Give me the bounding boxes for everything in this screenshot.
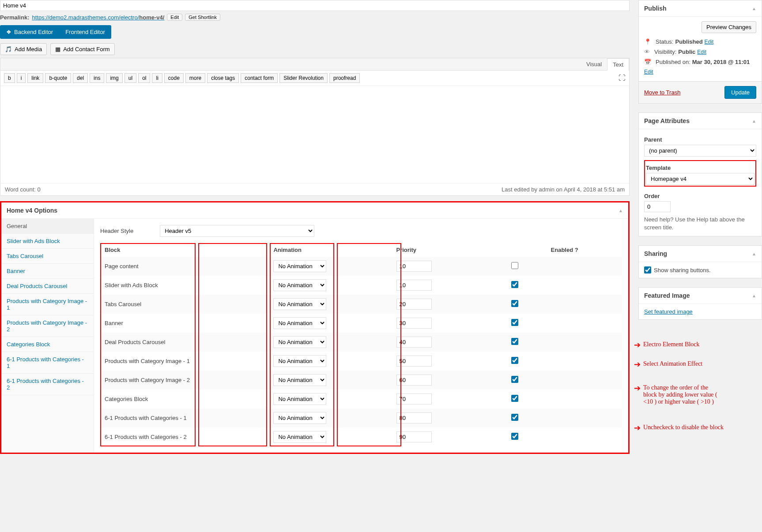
options-tab[interactable]: 6-1 Products with Categories - 1 — [1, 352, 94, 374]
collapse-icon[interactable]: ▲ — [752, 251, 756, 256]
quicktag-ins[interactable]: ins — [90, 73, 104, 83]
header-style-select[interactable]: Header v5 — [160, 225, 314, 237]
edit-visibility-link[interactable]: Edit — [697, 49, 706, 55]
quicktag-i[interactable]: i — [17, 73, 26, 83]
block-name: Deal Products Carousel — [100, 333, 269, 352]
quicktag-code[interactable]: code — [164, 73, 184, 83]
collapse-icon[interactable]: ▲ — [752, 6, 756, 11]
priority-input[interactable] — [396, 261, 432, 272]
editor-textarea[interactable] — [0, 86, 629, 183]
permalink-link[interactable]: https://demo2.madrasthemes.com/electro/h… — [32, 14, 164, 21]
quicktag-link[interactable]: link — [27, 73, 43, 83]
quicktag-Slider-Revolution[interactable]: Slider Revolution — [279, 73, 328, 83]
options-tab[interactable]: Tabs Carousel — [1, 249, 94, 264]
table-row: Products with Category Image - 1No Anima… — [100, 352, 622, 371]
enabled-checkbox[interactable] — [511, 433, 518, 440]
options-tab[interactable]: 6-1 Products with Categories - 2 — [1, 374, 94, 395]
set-featured-image-link[interactable]: Set featured image — [644, 308, 693, 315]
collapse-icon[interactable]: ▲ — [619, 208, 623, 213]
edit-date-link[interactable]: Edit — [644, 69, 653, 75]
priority-input[interactable] — [396, 431, 432, 442]
enabled-checkbox[interactable] — [511, 414, 518, 421]
animation-select[interactable]: No Animation — [273, 279, 326, 291]
header-style-label: Header Style — [100, 228, 133, 234]
priority-input[interactable] — [396, 375, 432, 386]
enabled-checkbox[interactable] — [511, 376, 518, 383]
get-shortlink-button[interactable]: Get Shortlink — [185, 14, 220, 21]
sharing-checkbox[interactable] — [644, 266, 651, 273]
options-tab[interactable]: Deal Products Carousel — [1, 279, 94, 294]
quicktag-li[interactable]: li — [152, 73, 162, 83]
collapse-icon[interactable]: ▲ — [752, 119, 756, 124]
edit-status-link[interactable]: Edit — [705, 39, 714, 45]
options-tab[interactable]: Banner — [1, 264, 94, 279]
enabled-checkbox[interactable] — [511, 357, 518, 364]
add-media-button[interactable]: 🎵Add Media — [0, 43, 47, 55]
enabled-checkbox[interactable] — [511, 319, 518, 326]
enabled-checkbox[interactable] — [511, 281, 518, 288]
permalink-edit-button[interactable]: Edit — [167, 14, 182, 21]
permalink-label: Permalink: — [0, 14, 29, 21]
quicktag-b[interactable]: b — [4, 73, 15, 83]
priority-input[interactable] — [396, 337, 432, 348]
visual-tab[interactable]: Visual — [581, 58, 607, 70]
quicktag-img[interactable]: img — [106, 73, 122, 83]
quicktag-close-tags[interactable]: close tags — [207, 73, 239, 83]
sharing-checkbox-label[interactable]: Show sharing buttons. — [644, 266, 756, 273]
animation-select[interactable]: No Animation — [273, 393, 326, 405]
quicktag-b-quote[interactable]: b-quote — [45, 73, 71, 83]
priority-input[interactable] — [396, 412, 432, 423]
enabled-checkbox[interactable] — [511, 262, 518, 269]
options-tab[interactable]: Slider with Ads Block — [1, 234, 94, 249]
update-button[interactable]: Update — [724, 86, 756, 99]
annotation-4: Uncheckeck to disable the block — [643, 424, 724, 431]
parent-select[interactable]: (no parent) — [644, 145, 756, 157]
frontend-editor-tab[interactable]: Frontend Editor — [59, 25, 111, 39]
quicktag-contact-form[interactable]: contact form — [241, 73, 278, 83]
priority-input[interactable] — [396, 318, 432, 329]
col-animation-header: Animation — [269, 243, 392, 257]
priority-input[interactable] — [396, 356, 432, 367]
options-tab[interactable]: Categories Block — [1, 337, 94, 352]
options-tab[interactable]: Products with Category Image - 2 — [1, 315, 94, 337]
quicktag-proofread[interactable]: proofread — [329, 73, 360, 83]
priority-input[interactable] — [396, 299, 432, 310]
animation-select[interactable]: No Animation — [273, 431, 326, 443]
preview-changes-button[interactable]: Preview Changes — [702, 21, 756, 33]
featured-image-box: Featured Image▲ Set featured image — [638, 287, 762, 320]
options-tab[interactable]: Products with Category Image - 1 — [1, 294, 94, 315]
animation-select[interactable]: No Animation — [273, 298, 326, 310]
quicktag-more[interactable]: more — [185, 73, 205, 83]
text-editor: Visual Text bilinkb-quotedelinsimgulolli… — [0, 58, 630, 196]
page-title-input[interactable] — [0, 0, 630, 11]
priority-input[interactable] — [396, 280, 432, 291]
enabled-checkbox[interactable] — [511, 395, 518, 402]
animation-select[interactable]: No Animation — [273, 336, 326, 348]
help-text: Need help? Use the Help tab above the sc… — [644, 216, 756, 232]
table-row: Products with Category Image - 2No Anima… — [100, 371, 622, 390]
text-tab[interactable]: Text — [607, 58, 629, 71]
animation-select[interactable]: No Animation — [273, 260, 326, 272]
template-select[interactable]: Homepage v4 — [646, 173, 754, 185]
block-name: 6-1 Products with Categories - 2 — [100, 427, 269, 446]
priority-input[interactable] — [396, 393, 432, 405]
fullscreen-icon[interactable]: ⛶ — [619, 74, 626, 82]
quicktag-ul[interactable]: ul — [124, 73, 136, 83]
animation-select[interactable]: No Animation — [273, 374, 326, 386]
enabled-checkbox[interactable] — [511, 300, 518, 307]
enabled-checkbox[interactable] — [511, 338, 518, 345]
order-input[interactable] — [644, 201, 671, 212]
animation-select[interactable]: No Animation — [273, 317, 326, 329]
permalink-row: Permalink: https://demo2.madrasthemes.co… — [0, 11, 630, 23]
quicktag-del[interactable]: del — [73, 73, 88, 83]
quicktags-toolbar: bilinkb-quotedelinsimgulollicodemoreclos… — [0, 71, 629, 86]
move-to-trash-link[interactable]: Move to Trash — [644, 89, 680, 96]
animation-select[interactable]: No Animation — [273, 355, 326, 367]
quicktag-ol[interactable]: ol — [138, 73, 150, 83]
collapse-icon[interactable]: ▲ — [752, 293, 756, 298]
options-metabox-title: Home v4 Options — [7, 207, 57, 214]
backend-editor-tab[interactable]: ❖Backend Editor — [0, 25, 59, 39]
options-tab[interactable]: General — [1, 219, 94, 234]
add-contact-form-button[interactable]: ▦Add Contact Form — [50, 43, 115, 55]
animation-select[interactable]: No Animation — [273, 412, 326, 424]
